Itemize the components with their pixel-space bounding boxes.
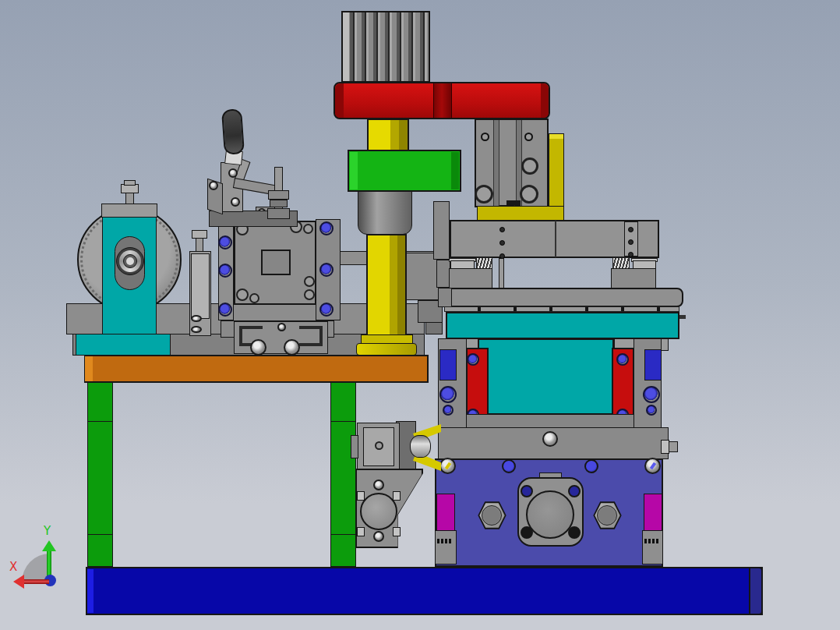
side-plate-magenta-left[interactable] [436,494,455,531]
column-screw-small [443,405,454,416]
side-plate-magenta-right[interactable] [644,494,662,531]
table-leg-left-top[interactable] [87,382,113,422]
flange-bore [526,490,574,539]
clamp-spindle-washer [270,200,288,207]
rail-screw [250,339,266,356]
bearing-center [126,257,134,265]
table-leg-right-foot[interactable] [330,534,356,567]
fixture-corner-hole [249,293,259,303]
float-plate-left-block [438,288,452,307]
cap-bolt-shank [125,193,134,204]
lead-screw-upper[interactable] [367,119,409,154]
corner-block-blue[interactable] [644,349,662,380]
beam-hole [499,240,505,246]
clamp-pivot [228,168,238,178]
spring-coil [476,257,492,269]
ribbed-adjustment-knob[interactable] [341,11,430,83]
fixture-corner-hole [304,276,315,287]
body-port-hole [584,459,598,473]
beam-seam [555,221,556,257]
fixture-corner-hole [304,289,315,300]
bracket-screw [373,480,384,490]
table-edge-highlight [85,356,93,381]
clamp-pivot [231,197,240,207]
stand-screw [191,315,202,322]
socket-screw [319,221,334,235]
beam-hole [628,252,634,257]
clamp-screw [467,353,479,366]
spring-support-block[interactable] [449,268,492,288]
coordinate-triad: Y X [0,515,94,608]
x-axis-label: X [9,561,17,573]
cross-head-right-cap [541,83,549,118]
base-plate[interactable] [86,567,763,615]
socket-screw [218,264,232,278]
beam-left-column[interactable] [433,201,450,260]
screw-slot [445,462,451,470]
bracket-hole [375,441,383,450]
bracket-notch [357,527,365,536]
socket-screw [319,303,334,317]
workpiece-teal-column[interactable] [478,338,614,415]
cylinder-hole [524,133,533,141]
lead-screw-lower[interactable] [366,234,407,337]
cross-head-seam [433,83,452,118]
fitting-nipple [669,441,678,452]
column-screw-small [646,405,657,416]
rail-screw [284,339,300,356]
clamp-spindle-nut [268,190,289,200]
column-screw-large [439,386,457,403]
spring-support-block[interactable] [611,268,656,288]
x-axis-line [23,579,49,584]
machine-table-top[interactable] [84,355,429,383]
toggle-clamp-handle[interactable] [221,108,245,155]
station-mid-bar [466,414,634,428]
shim-strip [444,306,679,312]
screw-flange[interactable] [356,343,417,356]
body-hex-screw [439,458,456,474]
label-block-right[interactable] [642,530,663,565]
table-leg-right-top[interactable] [330,382,356,422]
cam-roller[interactable] [410,435,431,458]
column-screw-large [643,386,660,403]
fixture-pocket [261,250,291,275]
label-block-left[interactable] [435,530,457,565]
cylinder-ring [520,185,538,204]
y-axis-arrowhead [42,540,56,551]
corner-block-blue[interactable] [439,349,457,380]
stand-bolt-head [192,230,207,239]
pedestal-cap[interactable] [101,204,157,218]
support-stand-panel [191,253,210,319]
rail-notch-right [299,326,323,346]
guide-bushing[interactable] [358,191,412,235]
bracket-notch [393,491,401,501]
y-axis-label: Y [44,526,51,537]
body-hex-screw [644,458,661,474]
center-screw [542,431,558,447]
press-side-bracket-step [425,322,443,334]
flange-corner-hole [568,485,581,497]
cap-bolt-nub [124,180,136,186]
wheel-pedestal-foot[interactable] [76,334,171,356]
rail-screw-small [277,323,286,331]
socket-screw [218,235,232,250]
stand-screw [191,326,202,333]
socket-screw [319,263,334,277]
part-label-marks [437,539,453,543]
flange-corner-hole [521,485,533,497]
clamp-block-green[interactable] [348,150,461,192]
clamp-pivot [209,181,218,190]
bracket-boss [360,493,397,530]
workpiece-teal-top[interactable] [446,312,679,339]
green-block-left-edge [350,152,358,189]
cad-viewport[interactable]: Y X [0,0,840,630]
bracket-notch [393,527,401,536]
socket-screw [218,303,232,317]
float-plate[interactable] [438,288,683,307]
clamp-screw [616,353,629,366]
hex-nut-bore [597,505,617,526]
spring-coil [612,257,630,269]
angle-bracket-horizontal[interactable] [477,206,564,221]
stand-bolt-shank [196,238,203,252]
cylinder-ring [475,185,493,204]
